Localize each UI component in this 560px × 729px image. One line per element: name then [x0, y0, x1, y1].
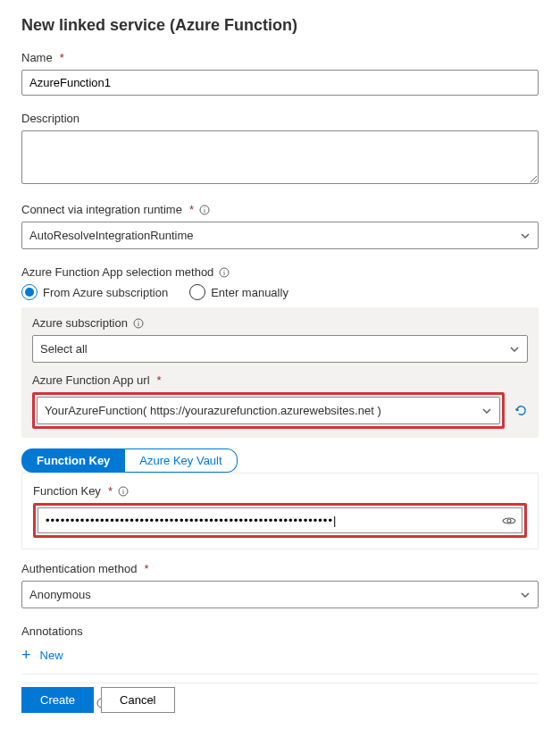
- runtime-label: Connect via integration runtime* i: [21, 203, 539, 216]
- radio-from-subscription[interactable]: From Azure subscription: [21, 284, 168, 300]
- chevron-down-icon: [520, 230, 531, 241]
- description-input[interactable]: [21, 130, 539, 184]
- function-key-input[interactable]: [38, 508, 497, 532]
- app-url-select[interactable]: YourAzureFunction( https://yourazurefunc…: [37, 397, 500, 424]
- plus-icon: +: [21, 647, 31, 663]
- auth-method-select[interactable]: Anonymous: [21, 581, 539, 608]
- subscription-label: Azure subscription i: [32, 316, 528, 330]
- chevron-down-icon: [509, 344, 520, 355]
- chevron-down-icon: [481, 406, 492, 416]
- chevron-down-icon: [520, 590, 531, 600]
- info-icon[interactable]: i: [199, 205, 210, 215]
- eye-icon[interactable]: [497, 514, 522, 528]
- auth-method-label: Authentication method*: [21, 562, 539, 575]
- add-annotation-button[interactable]: + New: [21, 643, 539, 666]
- cancel-button[interactable]: Cancel: [101, 687, 174, 713]
- refresh-icon[interactable]: [514, 404, 528, 418]
- svg-point-8: [507, 519, 511, 523]
- tab-azure-key-vault[interactable]: Azure Key Vault: [125, 448, 237, 473]
- create-button[interactable]: Create: [21, 687, 94, 713]
- name-input[interactable]: [21, 70, 539, 96]
- info-icon[interactable]: i: [133, 318, 144, 329]
- info-icon[interactable]: i: [219, 267, 230, 278]
- svg-text:i: i: [223, 268, 226, 277]
- radio-enter-manually[interactable]: Enter manually: [189, 284, 288, 300]
- svg-text:i: i: [138, 319, 140, 328]
- description-label: Description: [21, 112, 539, 125]
- selection-method-label: Azure Function App selection method i: [21, 265, 539, 279]
- subscription-select[interactable]: Select all: [32, 335, 528, 363]
- app-url-label: Azure Function App url*: [32, 373, 528, 387]
- runtime-select[interactable]: AutoResolveIntegrationRuntime: [21, 222, 539, 249]
- page-title: New linked service (Azure Function): [21, 16, 539, 35]
- name-label: Name*: [21, 51, 539, 64]
- annotations-label: Annotations: [21, 624, 539, 638]
- function-key-label: Function Key* i: [33, 484, 527, 498]
- svg-text:i: i: [204, 205, 206, 214]
- info-icon[interactable]: i: [118, 486, 129, 497]
- tab-function-key[interactable]: Function Key: [21, 448, 125, 473]
- svg-text:i: i: [122, 487, 125, 496]
